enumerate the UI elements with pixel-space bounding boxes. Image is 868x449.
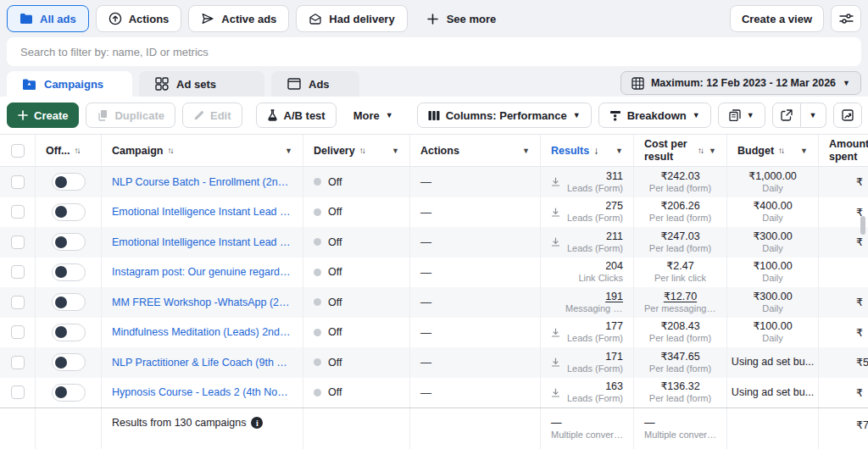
create-a-view-button[interactable]: Create a view [730,5,824,32]
campaign-name-link[interactable]: Emotional Intelligence Instant Lead Form… [112,236,292,248]
budget-value: ₹100.00 [753,260,792,273]
campaign-off-toggle[interactable] [52,233,86,251]
search-input[interactable] [19,45,849,59]
campaign-name-link[interactable]: Hypnosis Course - Leads 2 (4th Nov) img [112,386,292,398]
row-checkbox[interactable] [11,356,25,369]
filter-chip-label: Actions [129,13,170,25]
chevron-down-icon[interactable]: ▼ [709,147,716,155]
download-icon[interactable] [551,358,560,367]
send-icon [201,12,214,25]
campaign-name-link[interactable]: Emotional Intelligence Instant Lead Form… [112,206,292,218]
reports-button[interactable]: ▼ [718,103,765,128]
filter-chip-all-ads[interactable]: All ads [7,5,89,32]
filter-settings-button[interactable] [831,5,861,32]
export-caret-button[interactable]: ▼ [801,103,826,128]
tab-ad-sets[interactable]: Ad sets [139,71,264,97]
filter-chip-had-delivery[interactable]: Had delivery [296,5,407,32]
row-checkbox[interactable] [11,205,25,219]
ads-frame-icon [287,77,301,91]
chevron-down-icon: ▼ [693,112,700,119]
chevron-down-icon[interactable]: ▼ [392,147,399,155]
select-all-checkbox[interactable] [11,144,25,158]
campaign-off-toggle[interactable] [52,263,86,281]
breakdown-button[interactable]: Breakdown ▼ [598,103,711,128]
table-row[interactable]: NLP Practitioner & Life Coach (9th July … [0,347,868,378]
tab-campaigns[interactable]: Campaigns [7,71,132,97]
chevron-down-icon: ▼ [747,112,754,119]
campaign-name-link[interactable]: NLP Practitioner & Life Coach (9th July … [112,357,292,369]
col-header-cost-per-result[interactable]: Cost per result ↑↓ ▼ [634,135,727,166]
row-checkbox[interactable] [11,385,25,399]
campaign-off-toggle[interactable] [52,353,86,371]
download-icon[interactable] [551,237,560,247]
row-checkbox[interactable] [11,296,25,309]
campaign-name-link[interactable]: Mindfulness Meditation (Leads) 2nd April… [112,326,292,338]
results-unit: Leads (Form) [567,333,623,344]
download-icon[interactable] [551,328,560,337]
see-more-button[interactable]: See more [415,5,509,32]
charts-button[interactable] [833,103,862,128]
cost-per-result-unit: Per messaging conve... [644,303,716,314]
col-header-actions[interactable]: Actions ▼ [410,135,541,166]
duplicate-button[interactable]: Duplicate [86,103,175,128]
row-checkbox[interactable] [11,175,25,189]
toggle-knob [55,386,67,398]
table-row[interactable]: Hypnosis Course - Leads 2 (4th Nov) img … [0,378,868,408]
results-value: 163 [605,380,623,393]
chevron-down-icon[interactable]: ▼ [615,147,623,155]
table-row[interactable]: Instagram post: Our genuine regard towar… [0,258,868,288]
plus-icon [426,12,440,25]
col-header-delivery[interactable]: Delivery ↑↓ ▼ [303,135,410,166]
edit-label: Edit [210,109,231,122]
campaign-off-toggle[interactable] [52,293,86,311]
table-row[interactable]: Mindfulness Meditation (Leads) 2nd April… [0,318,868,348]
more-button[interactable]: More ▼ [343,103,403,128]
row-checkbox[interactable] [11,265,25,279]
filter-chip-label: Had delivery [329,13,394,25]
sort-icon: ↑↓ [359,146,364,155]
col-header-off[interactable]: Off... ↑↓ [36,135,102,166]
chart-icon [842,109,854,121]
col-header-campaign[interactable]: Campaign ↑↓ ▼ [102,135,303,166]
ab-test-button[interactable]: A/B test [256,103,337,128]
ad-sets-grid-icon [154,77,169,91]
filter-chip-actions[interactable]: Actions [96,5,182,32]
chevron-down-icon[interactable]: ▼ [800,147,808,155]
filter-chip-active-ads[interactable]: Active ads [188,5,289,32]
campaign-off-toggle[interactable] [52,203,86,221]
table-row[interactable]: Emotional Intelligence Instant Lead Form… [0,197,868,228]
campaign-name-link[interactable]: NLP Course Batch - Enrollment (2nd Jan) [112,176,292,188]
table-row[interactable]: MM FREE Workshop -WhatsApp (2nd July 2..… [0,287,868,318]
budget-value: Using ad set bu... [732,356,814,369]
export-button[interactable] [772,103,801,128]
tab-ads[interactable]: Ads [271,71,359,97]
info-icon[interactable]: i [251,417,263,429]
create-button[interactable]: Create [7,103,79,128]
toggle-knob [55,176,67,188]
campaign-name-link[interactable]: MM FREE Workshop -WhatsApp (2nd July 2..… [112,297,292,308]
row-checkbox[interactable] [11,236,25,249]
results-unit: Leads (Form) [567,363,623,374]
download-icon[interactable] [551,208,560,217]
search-bar[interactable] [7,37,861,66]
col-header-budget[interactable]: Budget ↑↓ ▼ [727,135,819,166]
col-header-results[interactable]: Results ↓ ▼ [541,135,634,166]
chevron-down-icon[interactable]: ▼ [522,147,530,155]
campaign-off-toggle[interactable] [52,173,86,191]
campaign-off-toggle[interactable] [52,324,86,341]
download-icon[interactable] [551,177,560,186]
row-checkbox[interactable] [11,325,25,339]
results-unit: Messaging conversat... [565,303,623,314]
campaign-name-link[interactable]: Instagram post: Our genuine regard towar… [112,266,292,278]
vertical-scrollbar[interactable] [860,216,865,235]
table-row[interactable]: Emotional Intelligence Instant Lead Form… [0,227,868,258]
columns-button[interactable]: Columns: Performance ▼ [417,103,592,128]
table-row[interactable]: NLP Course Batch - Enrollment (2nd Jan) … [0,167,868,197]
chevron-down-icon: ▼ [386,112,393,119]
download-icon[interactable] [551,388,560,397]
col-header-amount-spent[interactable]: Amount spent [819,135,868,166]
date-range-button[interactable]: Maximum: 12 Feb 2023 - 12 Mar 2026 ▼ [620,71,861,95]
campaign-off-toggle[interactable] [52,384,86,402]
edit-button[interactable]: Edit [182,103,242,128]
chevron-down-icon[interactable]: ▼ [285,147,292,155]
